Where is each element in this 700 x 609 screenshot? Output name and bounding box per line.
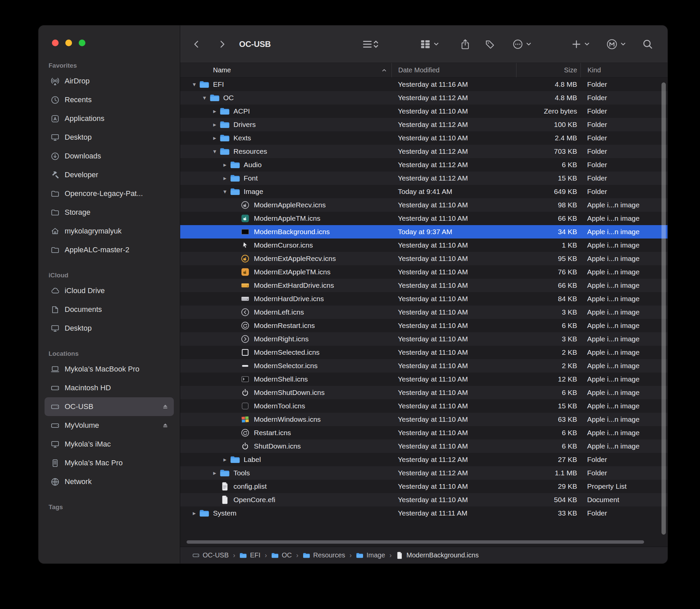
power-icon [240, 388, 250, 397]
file-row[interactable]: ModernAppleRecv.icnsYesterday at 11:10 A… [180, 198, 667, 212]
vertical-scrollbar[interactable] [662, 82, 666, 535]
file-row[interactable]: ▸AudioYesterday at 11:12 AM6 KBFolder [180, 158, 667, 172]
file-date-modified: Yesterday at 11:10 AM [391, 295, 516, 303]
breadcrumb-item-oc-usb[interactable]: OC-USB [192, 551, 229, 559]
share-button[interactable] [460, 38, 470, 50]
sidebar-item-mykola-s-mac-pro[interactable]: Mykola’s Mac Pro [45, 454, 174, 472]
file-row[interactable]: ▸KextsYesterday at 11:10 AM2.4 MBFolder [180, 131, 667, 145]
sidebar-item-applications[interactable]: Applications [45, 109, 174, 128]
file-row[interactable]: ▸ACPIYesterday at 11:10 AMZero bytesFold… [180, 105, 667, 118]
group-button[interactable] [420, 39, 439, 50]
file-size: 6 KB [516, 161, 580, 169]
file-row[interactable]: Restart.icnsYesterday at 11:10 AM6 KBApp… [180, 426, 667, 439]
disclosure-open-icon[interactable]: ▾ [220, 188, 230, 195]
breadcrumb-item-efi[interactable]: EFI [240, 551, 260, 559]
file-row[interactable]: ModernRestart.icnsYesterday at 11:10 AM6… [180, 319, 667, 332]
sidebar-item-mykola-s-macbook-pro[interactable]: Mykola’s MacBook Pro [45, 360, 174, 379]
file-row[interactable]: ▾OCYesterday at 11:12 AM4.8 MBFolder [180, 91, 667, 105]
file-row[interactable]: ModernExtAppleRecv.icnsYesterday at 11:1… [180, 252, 667, 265]
eject-button[interactable] [161, 403, 169, 411]
file-row[interactable]: ModernAppleTM.icnsYesterday at 11:10 AM6… [180, 212, 667, 225]
forward-button[interactable] [218, 39, 226, 49]
sidebar-item-mykola-s-imac[interactable]: Mykola’s iMac [45, 435, 174, 454]
sidebar-item-downloads[interactable]: Downloads [45, 147, 174, 166]
sidebar-item-oc-usb[interactable]: OC-USB [45, 397, 174, 416]
file-row[interactable]: ▸LabelYesterday at 11:12 AM27 KBFolder [180, 453, 667, 466]
file-date-modified: Yesterday at 11:10 AM [391, 281, 516, 290]
sidebar-item-storage[interactable]: Storage [45, 203, 174, 222]
file-row[interactable]: config.plistYesterday at 11:10 AM29 KBPr… [180, 480, 667, 493]
file-row[interactable]: ModernLeft.icnsYesterday at 11:10 AM3 KB… [180, 306, 667, 319]
sidebar-item-desktop[interactable]: Desktop [45, 128, 174, 147]
file-row[interactable]: ▸FontYesterday at 11:12 AM15 KBFolder [180, 172, 667, 185]
breadcrumb-item-oc[interactable]: OC [271, 551, 292, 559]
more-actions-button[interactable] [512, 39, 532, 50]
sidebar-item-documents[interactable]: Documents [45, 300, 174, 319]
file-row[interactable]: ModernExtHardDrive.icnsYesterday at 11:1… [180, 279, 667, 292]
sidebar-item-network[interactable]: Network [45, 472, 174, 491]
file-row[interactable]: ▾EFIYesterday at 11:16 AM4.8 MBFolder [180, 78, 667, 91]
sidebar-item-mykolagrymalyuk[interactable]: mykolagrymalyuk [45, 222, 174, 241]
column-header-kind[interactable]: Kind [580, 63, 667, 77]
file-row[interactable]: ModernExtAppleTM.icnsYesterday at 11:10 … [180, 265, 667, 279]
file-row[interactable]: ModernShutDown.icnsYesterday at 11:10 AM… [180, 386, 667, 399]
sidebar-item-myvolume[interactable]: MyVolume [45, 416, 174, 435]
disclosure-open-icon[interactable]: ▾ [210, 148, 220, 155]
eject-button[interactable] [161, 422, 169, 430]
file-kind: Apple i...n image [580, 402, 667, 410]
zoom-button[interactable] [79, 39, 85, 46]
disclosure-closed-icon[interactable]: ▸ [220, 161, 230, 169]
sidebar-item-icloud-drive[interactable]: iCloud Drive [45, 281, 174, 300]
file-row[interactable]: ModernTool.icnsYesterday at 11:10 AM15 K… [180, 399, 667, 413]
file-row[interactable]: ModernShell.icnsYesterday at 11:10 AM12 … [180, 372, 667, 386]
download-icon [51, 152, 59, 161]
column-header-size[interactable]: Size [516, 63, 580, 77]
disclosure-closed-icon[interactable]: ▸ [210, 469, 220, 477]
sidebar-item-opencore-legacy-pat[interactable]: Opencore-Legacy-Pat... [45, 184, 174, 203]
breadcrumb-item-image[interactable]: Image [356, 551, 385, 559]
horizontal-scrollbar[interactable] [187, 540, 644, 544]
breadcrumb-item-resources[interactable]: Resources [303, 551, 345, 559]
sidebar-item-macintosh-hd[interactable]: Macintosh HD [45, 379, 174, 397]
tag-button[interactable] [485, 39, 496, 50]
disclosure-closed-icon[interactable]: ▸ [220, 456, 230, 463]
new-item-button[interactable] [572, 39, 590, 49]
file-row[interactable]: ModernSelector.icnsYesterday at 11:10 AM… [180, 359, 667, 372]
disclosure-closed-icon[interactable]: ▸ [189, 509, 199, 517]
file-row[interactable]: ModernSelected.icnsYesterday at 11:10 AM… [180, 346, 667, 359]
file-row[interactable]: ModernRight.icnsYesterday at 11:10 AM3 K… [180, 332, 667, 346]
column-header-name[interactable]: Name [180, 63, 391, 77]
sidebar-item-desktop[interactable]: Desktop [45, 319, 174, 338]
file-kind: Folder [580, 456, 667, 464]
file-row[interactable]: ▸DriversYesterday at 11:12 AM100 KBFolde… [180, 118, 667, 131]
file-row[interactable]: ModernBackground.icnsToday at 9:37 AM34 … [180, 225, 667, 239]
account-menu-button[interactable] [606, 38, 626, 50]
disclosure-open-icon[interactable]: ▾ [199, 94, 210, 102]
disclosure-closed-icon[interactable]: ▸ [210, 121, 220, 128]
sidebar-item-recents[interactable]: Recents [45, 90, 174, 109]
file-row[interactable]: ShutDown.icnsYesterday at 11:10 AM6 KBAp… [180, 439, 667, 453]
file-row[interactable]: ▾ImageToday at 9:41 AM649 KBFolder [180, 185, 667, 198]
file-row[interactable]: ▸ToolsYesterday at 11:12 AM1.1 MBFolder [180, 466, 667, 480]
disclosure-open-icon[interactable]: ▾ [189, 81, 199, 88]
file-row[interactable]: ▾ResourcesYesterday at 11:12 AM703 KBFol… [180, 145, 667, 158]
view-options-button[interactable] [361, 38, 381, 50]
disclosure-closed-icon[interactable]: ▸ [210, 107, 220, 115]
close-button[interactable] [52, 39, 58, 46]
ext-apple-tm-icon [240, 268, 250, 277]
column-header-date[interactable]: Date Modified [391, 63, 516, 77]
file-row[interactable]: ModernCursor.icnsYesterday at 11:10 AM1 … [180, 239, 667, 252]
disclosure-closed-icon[interactable]: ▸ [210, 134, 220, 142]
breadcrumb-item-modernbackground-icns[interactable]: ModernBackground.icns [396, 551, 478, 559]
file-row[interactable]: ModernHardDrive.icnsYesterday at 11:10 A… [180, 292, 667, 306]
sidebar-item-applealc-master-2[interactable]: AppleALC-master-2 [45, 241, 174, 259]
sidebar-item-airdrop[interactable]: AirDrop [45, 72, 174, 90]
sidebar-item-developer[interactable]: Developer [45, 166, 174, 184]
disclosure-closed-icon[interactable]: ▸ [220, 175, 230, 182]
search-button[interactable] [642, 39, 653, 50]
back-button[interactable] [192, 39, 201, 49]
file-row[interactable]: ModernWindows.icnsYesterday at 11:10 AM6… [180, 413, 667, 426]
file-row[interactable]: ▸SystemYesterday at 11:11 AM33 KBFolder [180, 506, 667, 520]
minimize-button[interactable] [65, 39, 72, 46]
file-row[interactable]: OpenCore.efiYesterday at 11:10 AM504 KBD… [180, 493, 667, 506]
